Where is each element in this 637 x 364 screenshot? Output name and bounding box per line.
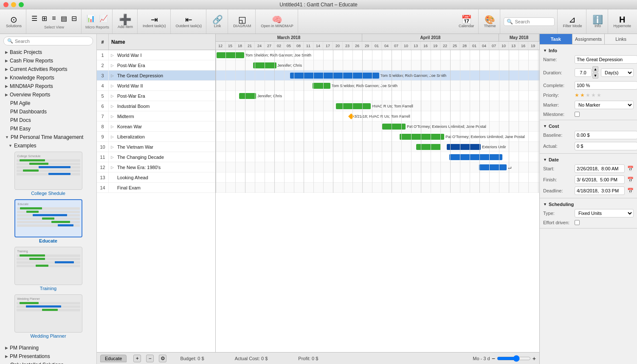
deadline-date-input[interactable] [575,186,625,195]
finish-calendar-icon[interactable]: 📅 [627,177,634,183]
sidebar-item-mindmap-reports[interactable]: ▶ MINDMAP Reports [0,82,96,90]
search-input[interactable] [515,19,553,24]
view-outline-button[interactable]: ≡ [50,14,58,23]
close-button[interactable] [3,2,8,7]
tab-task[interactable]: Task [540,34,572,44]
section-collapse-icon: ▼ [543,202,547,206]
table-row[interactable]: 13 Looking Ahead [97,172,215,183]
sidebar-search-input[interactable] [15,39,89,44]
actual-cost-input[interactable] [575,142,637,150]
outdent-button[interactable]: ⇤ Outdent task(s) [174,14,204,29]
marker-select[interactable]: No Marker [575,101,634,109]
sidebar-item-pm-presentations[interactable]: ▶ PM Presentations [0,352,96,361]
table-row[interactable]: 2 ▷ Post-War Era [97,60,215,71]
finish-date-input[interactable] [575,175,625,184]
view-calendar-button[interactable]: ⊟ [70,14,79,23]
sidebar-item-pm-agile[interactable]: PM Agile [0,99,96,107]
sidebar-item-cash-flow[interactable]: ▶ Cash Flow Reports [0,56,96,65]
day-cell: 21 [245,42,255,50]
sidebar-item-pm-dashboards[interactable]: PM Dashboards [0,107,96,116]
add-item-button[interactable]: ➕ Add Item [116,14,135,30]
sidebar-search-box[interactable]: 🔍 [3,37,93,45]
task-name-input[interactable] [575,55,637,64]
star-1[interactable]: ★ [575,92,579,98]
zoom-minus-icon[interactable]: − [492,355,495,362]
sidebar-item-current-activities[interactable]: ▶ Current Activities Reports [0,65,96,73]
start-date-input[interactable] [575,164,625,173]
thumbnail-training[interactable]: Training Training [3,247,93,291]
scheduling-type-select[interactable]: Fixed Units Fixed Duration Fixed Work [575,209,634,217]
view-kanban-button[interactable]: ▤ [59,14,69,23]
panel-section-info-title: ▼ Info [540,46,637,54]
thumbnail-wedding-planner[interactable]: Wedding Planner Wedding Planner [3,294,93,339]
diagram-button[interactable]: ◱ DIAGRAM [231,14,253,29]
tab-assignments[interactable]: Assignments [572,34,605,44]
duration-input[interactable] [575,68,592,77]
table-row[interactable]: 11 ▷ The Changing Decade [97,152,215,162]
start-calendar-icon[interactable]: 📅 [627,166,634,172]
effort-driven-checkbox[interactable] [575,220,580,225]
sidebar-item-pm-personal[interactable]: ▼ PM Personal Time Management [0,133,96,141]
info-button[interactable]: ℹ️ Info [590,14,605,29]
mindmap-button[interactable]: 🧠 Open in MINDMAP [259,14,295,29]
table-row[interactable]: 7 ▷ Midterm [97,111,215,121]
day-cell: 17 [323,42,333,50]
table-row[interactable]: 1 ▷ World War I [97,50,215,60]
complete-input[interactable] [575,81,637,90]
baseline-input[interactable] [575,131,637,139]
calendar-button[interactable]: 📅 Calendar [457,14,476,29]
indent-button[interactable]: ⇥ Indent task(s) [141,14,168,29]
view-grid-button[interactable]: ⊞ [40,14,49,23]
sidebar-item-pm-planning[interactable]: ▶ PM Planning [0,344,96,352]
table-row[interactable]: 8 ▷ Korean War [97,121,215,132]
sidebar-item-overview-reports[interactable]: ▶ Overview Reports [0,90,96,99]
table-row[interactable]: 9 ▷ Liberalization [97,132,215,142]
hypernote-icon: H [619,15,625,24]
star-4[interactable]: ★ [591,92,596,98]
outdent-icon: ⇤ [185,15,192,24]
table-row[interactable]: 12 ▷ The New Era: 1980's [97,162,215,172]
milestone-checkbox[interactable] [575,112,580,117]
remove-tab-button[interactable]: − [146,355,154,362]
solutions-button[interactable]: ⊙ Solutions [4,14,23,29]
settings-tab-button[interactable]: ⚙ [159,355,166,362]
table-row[interactable]: 4 ▷ World War II [97,81,215,91]
micro-reports-btn2[interactable]: 📈 [98,14,110,23]
duration-down-button[interactable]: ▼ [592,73,598,79]
link-button[interactable]: 🔗 Link [210,14,225,29]
star-5[interactable]: ★ [597,92,601,98]
diagram-icon: ◱ [238,15,246,24]
sidebar-item-basic-projects[interactable]: ▶ Basic Projects [0,48,96,56]
table-row[interactable]: 6 ▷ Industrial Boom [97,101,215,111]
view-list-button[interactable]: ☰ [30,14,39,23]
deadline-calendar-icon[interactable]: 📅 [627,188,634,194]
add-tab-button[interactable]: + [133,355,141,362]
tab-links[interactable]: Links [605,34,637,44]
sidebar-item-examples[interactable]: ▼ Examples [0,141,96,150]
maximize-button[interactable] [19,2,24,7]
zoom-plus-icon[interactable]: + [533,355,536,362]
table-row[interactable]: 14 Final Exam [97,183,215,193]
hypernote-button[interactable]: H Hypernote [612,14,633,29]
thumbnail-educate[interactable]: Educate Educate [3,199,93,243]
thumbnail-college-schedule[interactable]: College Schedule College Shedule [3,152,93,196]
micro-reports-btn1[interactable]: 📊 [85,14,97,23]
status-tab-educate[interactable]: Educate [100,355,127,362]
star-2[interactable]: ★ [580,92,585,98]
day-cell: 15 [225,42,235,50]
duration-up-button[interactable]: ▲ [592,66,598,72]
star-3[interactable]: ★ [586,92,590,98]
filter-mode-button[interactable]: ⊿ Filter Mode [561,14,583,29]
table-row[interactable]: 3 ▷ The Great Depression [97,71,215,81]
table-row[interactable]: 10 ▷ The Vietnam War [97,142,215,152]
sidebar-item-pm-docs[interactable]: PM Docs [0,116,96,124]
table-row[interactable]: 5 ▷ Post-War Era [97,91,215,101]
sidebar-item-only-installed[interactable]: Only Installed Solutions [0,361,96,364]
search-box[interactable]: 🔍 [504,17,555,26]
duration-unit-select[interactable]: Day(s) Hour(s) [601,68,634,77]
sidebar-item-pm-easy[interactable]: PM Easy [0,124,96,133]
sidebar-item-knowledge-reports[interactable]: ▶ Knowledge Reports [0,73,96,82]
minimize-button[interactable] [11,2,16,7]
zoom-slider[interactable] [497,355,531,362]
theme-button[interactable]: 🎨 Theme [482,14,497,29]
